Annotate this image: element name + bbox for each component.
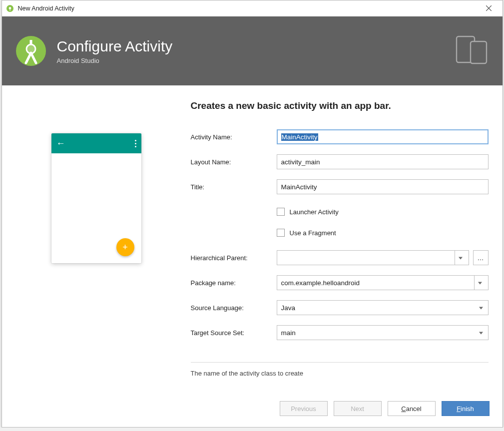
cancel-button[interactable]: Cancel — [388, 401, 436, 416]
preview-column: ← + — [2, 85, 191, 392]
header-banner: Configure Activity Android Studio — [2, 16, 503, 85]
form-description: Creates a new basic activity with an app… — [191, 100, 489, 111]
hierarchical-parent-label: Hierarchical Parent: — [191, 254, 277, 262]
previous-button: Previous — [280, 401, 328, 416]
layout-name-label: Layout Name: — [191, 158, 277, 166]
svg-rect-10 — [471, 41, 487, 63]
checkbox-icon — [277, 229, 285, 237]
android-studio-icon — [6, 4, 14, 12]
title-label: Title: — [191, 183, 277, 191]
hierarchical-parent-combo[interactable] — [277, 250, 469, 265]
activity-preview: ← + — [51, 133, 141, 263]
chevron-down-icon[interactable] — [474, 276, 488, 290]
hierarchical-parent-input[interactable] — [281, 251, 455, 265]
activity-name-input[interactable]: MainActivity — [277, 129, 489, 144]
checkbox-icon — [277, 208, 285, 216]
dialog-window: New Android Activity Configure Activity … — [1, 0, 503, 428]
overflow-menu-icon — [135, 140, 136, 147]
source-language-label: Source Language: — [191, 304, 277, 312]
titlebar: New Android Activity — [2, 0, 503, 16]
preview-appbar: ← — [51, 133, 141, 153]
title-input[interactable] — [277, 179, 489, 194]
layout-name-input[interactable] — [277, 154, 489, 169]
package-name-input[interactable] — [281, 276, 474, 290]
chevron-down-icon[interactable] — [455, 251, 469, 265]
package-name-combo[interactable] — [277, 275, 489, 290]
next-button: Next — [334, 401, 382, 416]
form-column: Creates a new basic activity with an app… — [191, 85, 503, 392]
browse-button[interactable]: … — [473, 250, 489, 265]
hint-text: The name of the activity class to create — [191, 362, 489, 377]
launcher-activity-label: Launcher Activity — [290, 208, 339, 216]
source-language-select[interactable]: Java — [277, 300, 489, 315]
close-button[interactable] — [478, 1, 501, 16]
use-fragment-label: Use a Fragment — [290, 229, 336, 237]
main-content: ← + Creates a new basic activity with an… — [2, 85, 503, 392]
launcher-activity-checkbox[interactable]: Launcher Activity — [277, 208, 339, 216]
fab-icon: + — [116, 238, 134, 256]
svg-rect-8 — [29, 40, 32, 44]
svg-rect-2 — [9, 8, 10, 10]
package-name-label: Package name: — [191, 279, 277, 287]
target-source-set-select[interactable]: main — [277, 325, 489, 340]
dialog-footer: Previous Next Cancel Finish — [2, 392, 503, 427]
finish-button[interactable]: Finish — [442, 401, 490, 416]
banner-title: Configure Activity — [57, 38, 173, 55]
devices-icon — [456, 35, 489, 66]
activity-name-label: Activity Name: — [191, 133, 277, 141]
banner-subtitle: Android Studio — [57, 57, 173, 64]
back-arrow-icon: ← — [56, 138, 65, 149]
android-studio-logo — [15, 35, 47, 67]
banner-heading: Configure Activity Android Studio — [57, 38, 173, 64]
use-fragment-checkbox[interactable]: Use a Fragment — [277, 229, 336, 237]
window-title: New Android Activity — [18, 5, 478, 12]
target-source-set-label: Target Source Set: — [191, 329, 277, 337]
